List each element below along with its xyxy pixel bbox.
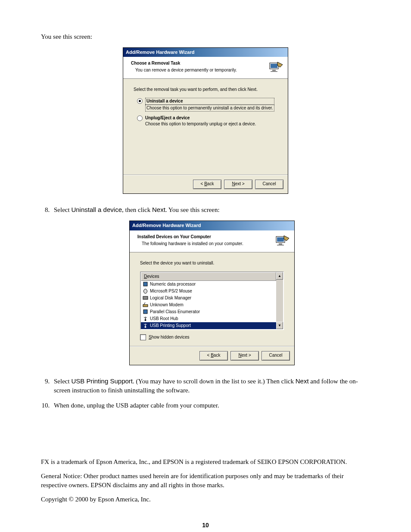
wizard1-instruction: Select the removal task you want to perf…	[134, 87, 277, 93]
radio-icon	[137, 98, 143, 104]
svg-line-16	[144, 317, 146, 318]
list-item[interactable]: Parallel Class Enumerator	[141, 308, 276, 315]
wizard1-header-sub: You can remove a device permanently or t…	[131, 67, 268, 73]
parallel-icon	[143, 309, 148, 314]
svg-line-20	[144, 324, 146, 325]
wizard2-header-sub: The following hardware is installed on y…	[137, 241, 274, 247]
svg-point-9	[144, 289, 147, 293]
svg-rect-1	[271, 64, 277, 68]
wizard1-screenshot: Add/Remove Hardware Wizard Choose a Remo…	[41, 47, 370, 194]
cancel-button[interactable]: Cancel	[262, 351, 290, 361]
svg-rect-6	[279, 243, 282, 245]
svg-rect-8	[143, 282, 147, 286]
list-item[interactable]: Microsoft PS/2 Mouse	[141, 288, 276, 295]
step8-bold1: Uninstall a device	[71, 206, 122, 213]
back-button[interactable]: < Back	[199, 351, 228, 361]
radio2-label: Unplug/Eject a device	[145, 115, 256, 121]
step9-bold2: Next	[296, 377, 309, 385]
mouse-icon	[143, 288, 148, 294]
radio2-desc: Choose this option to temporarily unplug…	[145, 121, 256, 126]
radio-uninstall-device[interactable]: Uninstall a device Choose this option to…	[134, 98, 277, 112]
intro-text: You see this screen:	[41, 32, 370, 41]
wizard2-titlebar: Add/Remove Hardware Wizard	[130, 221, 294, 230]
list-item[interactable]: Logical Disk Manager	[141, 295, 276, 302]
svg-rect-11	[143, 305, 148, 307]
hardware-wizard-icon	[268, 60, 283, 76]
copyright-notice: Copyright © 2000 by Epson America, Inc.	[41, 495, 370, 504]
trademark-notice: FX is a trademark of Epson America, Inc.…	[41, 457, 370, 467]
general-notice: General Notice: Other product names used…	[41, 472, 370, 490]
svg-rect-13	[143, 310, 147, 314]
wizard2-screenshot: Add/Remove Hardware Wizard Installed Dev…	[54, 221, 370, 365]
svg-line-21	[146, 324, 147, 325]
svg-line-17	[146, 317, 147, 318]
usb-icon	[143, 323, 148, 328]
wizard2-instruction: Select the device you want to uninstall.	[140, 260, 284, 266]
list-item[interactable]: Unknown Modem	[141, 302, 276, 308]
step9-bold1: USB Printing Support	[71, 377, 133, 385]
list-item[interactable]: USB Root Hub	[141, 315, 276, 322]
step-8: Select Uninstall a device, then click Ne…	[51, 205, 370, 365]
svg-line-12	[144, 302, 145, 305]
radio1-label: Uninstall a device	[146, 99, 183, 103]
usb-icon	[143, 316, 148, 321]
devices-column-header: Devices	[141, 272, 276, 281]
svg-rect-3	[271, 71, 277, 72]
next-button[interactable]: Next >	[224, 180, 252, 189]
wizard2-header-title: Installed Devices on Your Computer	[137, 234, 274, 240]
step-9: Select USB Printing Support. (You may ha…	[51, 376, 370, 395]
wizard1-titlebar: Add/Remove Hardware Wizard	[123, 48, 288, 57]
wizard1-header-title: Choose a Removal Task	[131, 60, 268, 66]
step-10: When done, unplug the USB adapter cable …	[51, 401, 370, 410]
scroll-down-icon[interactable]: ▼	[276, 322, 283, 329]
radio1-desc: Choose this option to permanently uninst…	[145, 105, 274, 112]
back-button[interactable]: < Back	[193, 180, 221, 189]
page-number: 10	[41, 521, 370, 530]
device-listbox[interactable]: Devices Numeric data processor Microsoft…	[140, 271, 284, 330]
hardware-wizard-icon	[274, 234, 290, 249]
svg-rect-2	[272, 70, 276, 71]
disk-icon	[143, 295, 148, 301]
scroll-up-icon[interactable]: ▲	[276, 272, 283, 280]
svg-rect-5	[277, 237, 284, 242]
radio-unplug-eject[interactable]: Unplug/Eject a device Choose this option…	[134, 115, 277, 127]
modem-icon	[143, 302, 148, 308]
scrollbar[interactable]: ▲ ▼	[276, 272, 283, 329]
radio-icon	[137, 115, 143, 121]
processor-icon	[143, 281, 148, 287]
next-button[interactable]: Next >	[230, 351, 259, 361]
list-item[interactable]: Numeric data processor	[141, 281, 276, 288]
show-hidden-checkbox[interactable]: Show hidden devices	[140, 334, 284, 340]
svg-rect-10	[143, 296, 148, 299]
list-item-selected[interactable]: USB Printing Support	[141, 322, 276, 329]
step8-bold2: Next	[152, 206, 165, 213]
footer-block: FX is a trademark of Epson America, Inc.…	[41, 457, 370, 504]
checkbox-icon	[140, 334, 146, 340]
cancel-button[interactable]: Cancel	[255, 180, 283, 189]
svg-rect-7	[277, 245, 284, 246]
